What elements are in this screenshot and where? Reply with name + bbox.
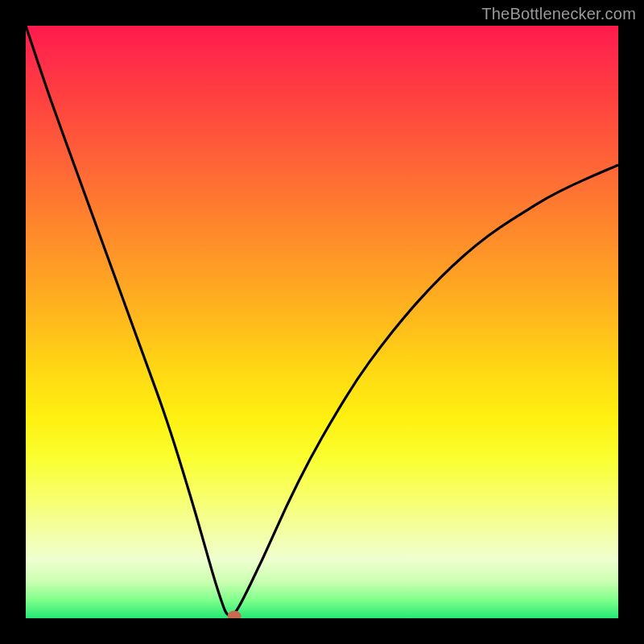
curve-svg bbox=[26, 26, 618, 618]
bottleneck-curve bbox=[26, 26, 618, 616]
plot-area bbox=[26, 26, 618, 618]
watermark-text: TheBottlenecker.com bbox=[481, 5, 636, 23]
optimum-marker bbox=[228, 611, 241, 618]
chart-frame: TheBottlenecker.com bbox=[0, 0, 644, 644]
